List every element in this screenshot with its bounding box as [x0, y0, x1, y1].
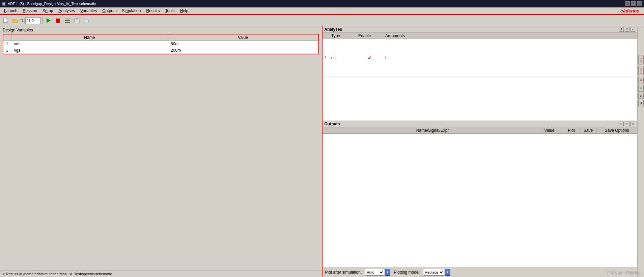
menu-tools[interactable]: Tools — [162, 8, 177, 14]
menu-simulation[interactable]: Simulation — [119, 8, 143, 14]
analyses-title-bar: Analyses ? □ × — [323, 26, 638, 33]
menu-setup[interactable]: Setup — [40, 8, 56, 14]
row-num-1: 1 — [3, 41, 11, 47]
far-right-dcl-button[interactable]: DCL — [638, 66, 644, 75]
plot-after-arrow[interactable]: ▼ — [385, 269, 390, 276]
variables-table: Name Value 1 vds 80m 2 vgs 200m — [3, 34, 318, 54]
left-empty-area — [0, 54, 322, 271]
svg-rect-5 — [65, 22, 70, 23]
bottom-bar: Plot after simulation: Auto Always Never… — [323, 267, 638, 277]
analyses-close-button[interactable]: × — [631, 27, 635, 32]
outputs-help-button[interactable]: ? — [619, 122, 624, 126]
stop-button[interactable] — [54, 16, 62, 25]
analyses-enable-1[interactable]: ✔ — [356, 39, 383, 77]
menu-analyses[interactable]: Analyses — [56, 8, 78, 14]
outputs-table: Name/Signal/Expr Value Plot Save Save Op… — [323, 127, 638, 134]
outputs-title: Outputs — [325, 122, 340, 126]
temperature-input[interactable]: 27.0 — [25, 17, 40, 24]
col-name-header: Name — [11, 34, 168, 41]
outputs-controls: ? □ × — [619, 122, 635, 126]
outputs-col-save-options: Save Options — [597, 127, 637, 134]
var-name-2[interactable]: vgs — [11, 47, 168, 54]
run-button[interactable] — [44, 16, 53, 25]
svg-rect-2 — [56, 19, 60, 23]
status-bar: > Results in /home/eda/simulation/Mos_IV… — [0, 271, 322, 277]
maximize-button[interactable]: □ — [631, 1, 636, 6]
save-state-button[interactable] — [73, 16, 81, 25]
left-panel: Design Variables Name Value 1 vds 80m — [0, 26, 323, 277]
table-row: 2 vgs 200m — [3, 47, 318, 54]
plotting-mode-label: Plotting mode: — [394, 270, 420, 275]
open-state-button[interactable] — [82, 16, 91, 25]
analyses-type-1[interactable]: dc — [329, 39, 356, 77]
right-main: Analyses ? □ × Type Enable Arguments — [323, 26, 638, 277]
menu-help[interactable]: Help — [177, 8, 191, 14]
analyses-arguments-1[interactable]: t — [383, 39, 637, 77]
analyses-col-type: Type — [329, 33, 356, 39]
far-right-x-button[interactable]: × — [638, 77, 644, 83]
outputs-close-button[interactable]: × — [631, 122, 635, 126]
analyses-title: Analyses — [325, 27, 342, 32]
menu-results[interactable]: Results — [143, 8, 162, 14]
variables-table-container: Name Value 1 vds 80m 2 vgs 200m — [3, 34, 319, 54]
plot-mode-arrow[interactable]: ▼ — [445, 269, 450, 276]
check-icon: ✔ — [368, 55, 372, 60]
menu-session[interactable]: Session — [20, 8, 40, 14]
col-value-header: Value — [168, 34, 318, 41]
plot-after-dropdown-wrapper: Auto Always Never ▼ — [365, 269, 390, 276]
window-controls: _ □ × — [625, 1, 642, 6]
analyses-row-num-1: 1 — [323, 39, 329, 77]
outputs-col-plot: Plot — [563, 127, 580, 134]
far-right-m-button[interactable]: M — [638, 93, 644, 99]
outputs-col-name: Name/Signal/Expr — [329, 127, 536, 134]
analyses-table: Type Enable Arguments 1 dc ✔ t — [323, 33, 638, 77]
svg-marker-1 — [47, 18, 51, 23]
analyses-col-enable: Enable — [356, 33, 383, 39]
design-variables-header: Design Variables — [0, 26, 322, 34]
outputs-col-value: Value — [536, 127, 563, 134]
cadence-logo: cādence — [620, 8, 643, 14]
outputs-expand-button[interactable]: □ — [625, 122, 629, 126]
toolbar: °C 27.0 — [0, 15, 644, 26]
analyses-row-1: 1 dc ✔ t — [323, 39, 637, 77]
table-row: 1 vds 80m — [3, 41, 318, 47]
temperature-control: °C 27.0 — [20, 17, 40, 24]
menu-variables[interactable]: Variables — [78, 8, 100, 14]
app-icon: ▣ — [2, 1, 6, 6]
outputs-empty-content — [323, 134, 638, 267]
temp-icon: °C — [20, 18, 25, 23]
analyses-help-button[interactable]: ? — [619, 27, 624, 32]
svg-rect-4 — [65, 20, 70, 21]
new-button[interactable] — [1, 16, 10, 25]
far-right-acl-button[interactable]: ACL — [638, 55, 644, 65]
svg-rect-3 — [65, 19, 70, 19]
outputs-title-bar: Outputs ? □ × — [323, 121, 638, 127]
right-content: Analyses ? □ × Type Enable Arguments — [323, 26, 644, 277]
analyses-controls: ? □ × — [619, 27, 635, 32]
plot-mode-select[interactable]: Replace Append — [423, 269, 444, 276]
var-value-1[interactable]: 80m — [168, 41, 318, 47]
analyses-col-arguments: Arguments — [383, 33, 637, 39]
svg-rect-7 — [75, 21, 79, 22]
minimize-button[interactable]: _ — [625, 1, 630, 6]
menu-outputs[interactable]: Outputs — [100, 8, 119, 14]
analyses-section: Analyses ? □ × Type Enable Arguments — [323, 26, 638, 121]
var-value-2[interactable]: 200m — [168, 47, 318, 54]
open-button[interactable] — [11, 16, 20, 25]
analyses-col-rownum — [323, 33, 329, 39]
plot-after-select[interactable]: Auto Always Never — [365, 269, 384, 276]
menu-launch[interactable]: Launch — [1, 8, 20, 14]
row-num-2: 2 — [3, 47, 11, 54]
far-right-dot-button[interactable]: ● — [638, 85, 644, 92]
netlist-button[interactable] — [63, 16, 72, 25]
var-name-1[interactable]: vds — [11, 41, 168, 47]
toolbar-sep-1 — [42, 17, 43, 24]
svg-rect-6 — [76, 18, 78, 20]
analyses-empty — [323, 77, 638, 121]
plot-after-label: Plot after simulation: — [325, 270, 362, 275]
far-right-w-button[interactable]: W — [638, 100, 644, 106]
close-button[interactable]: × — [637, 1, 642, 6]
outputs-col-save: Save — [580, 127, 597, 134]
col-rownum — [3, 34, 11, 41]
analyses-expand-button[interactable]: □ — [625, 27, 629, 32]
